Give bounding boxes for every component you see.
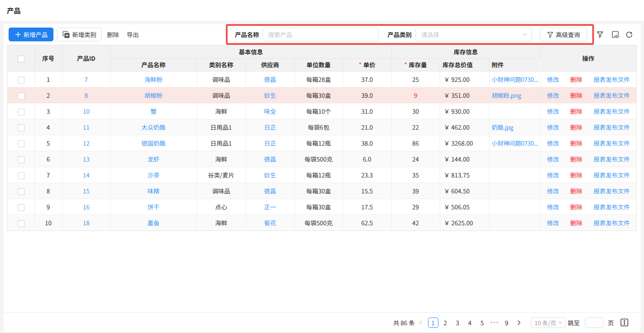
product-id-link[interactable]: 11 <box>83 123 90 131</box>
supplier-link[interactable]: 德昌 <box>264 75 276 84</box>
product-name-link[interactable]: 龙虾 <box>147 155 159 163</box>
row-height-resize-icon[interactable] <box>620 318 628 327</box>
product-id-link[interactable]: 18 <box>83 218 90 227</box>
report-publish-link[interactable]: 报表发布文件 <box>594 218 630 227</box>
pagination-page-1[interactable]: 1 <box>428 317 438 328</box>
jump-to-input[interactable] <box>585 317 603 328</box>
delete-link[interactable]: 删除 <box>570 139 582 147</box>
product-id-link[interactable]: 10 <box>83 107 90 115</box>
edit-link[interactable]: 修改 <box>547 107 559 115</box>
delete-link[interactable]: 删除 <box>570 218 582 227</box>
supplier-link[interactable]: 德昌 <box>264 155 276 163</box>
product-id-link[interactable]: 15 <box>83 187 90 195</box>
report-publish-link[interactable]: 报表发布文件 <box>594 187 630 195</box>
product-name-link[interactable]: 海鲜粉 <box>144 75 163 84</box>
row-checkbox[interactable] <box>18 77 25 84</box>
unit-qty-cell: 每箱12瓶 <box>294 135 343 151</box>
supplier-link[interactable]: 菊花 <box>264 218 276 227</box>
product-name-link[interactable]: 饼干 <box>147 202 159 211</box>
attachment-link[interactable]: 胡椒粉.png <box>492 91 521 100</box>
supplier-link[interactable]: 妙生 <box>264 171 276 179</box>
pagination-page-4[interactable]: 4 <box>465 317 475 328</box>
row-checkbox[interactable] <box>18 93 25 100</box>
delete-link[interactable]: 删除 <box>570 91 582 100</box>
supplier-link[interactable]: 日正 <box>264 139 276 147</box>
delete-link[interactable]: 删除 <box>570 202 582 211</box>
product-name-link[interactable]: 胡椒粉 <box>144 91 163 100</box>
page-size-select[interactable]: 10 条/页 <box>531 317 566 328</box>
refresh-icon[interactable] <box>625 31 633 38</box>
product-name-link[interactable]: 大众奶酪 <box>141 123 166 131</box>
product-name-link[interactable]: 蟹 <box>150 107 156 115</box>
column-visibility-icon[interactable] <box>611 31 619 39</box>
delete-link[interactable]: 删除 <box>570 171 582 179</box>
filter-icon[interactable] <box>597 31 603 38</box>
product-id-link[interactable]: 16 <box>83 202 90 211</box>
edit-link[interactable]: 修改 <box>547 171 559 179</box>
supplier-cell: 妙生 <box>246 87 294 103</box>
pagination-page-5[interactable]: 5 <box>477 317 488 328</box>
pagination-more-icon[interactable] <box>489 317 500 328</box>
pagination-prev-button[interactable] <box>416 317 426 328</box>
attachment-link[interactable]: 小财神问题0730... <box>492 75 538 84</box>
supplier-link[interactable]: 妙生 <box>264 91 276 100</box>
supplier-link[interactable]: 正一 <box>264 202 276 211</box>
category-select[interactable]: 请选择 <box>416 28 532 41</box>
edit-link[interactable]: 修改 <box>547 123 559 131</box>
edit-link[interactable]: 修改 <box>547 155 559 163</box>
product-name-link[interactable]: 德国奶酪 <box>141 139 166 147</box>
pagination-next-button[interactable] <box>514 317 524 328</box>
delete-button[interactable]: 删除 <box>107 30 119 39</box>
report-publish-link[interactable]: 报表发布文件 <box>594 139 630 147</box>
report-publish-link[interactable]: 报表发布文件 <box>594 91 630 100</box>
attachment-link[interactable]: 奶酪.jpg <box>492 123 513 131</box>
product-name-input[interactable] <box>263 28 378 41</box>
supplier-link[interactable]: 味全 <box>264 107 276 115</box>
product-id-link[interactable]: 13 <box>83 155 90 163</box>
row-checkbox[interactable] <box>18 204 25 211</box>
row-checkbox[interactable] <box>18 156 25 163</box>
supplier-link[interactable]: 德昌 <box>264 187 276 195</box>
edit-link[interactable]: 修改 <box>547 218 559 227</box>
row-checkbox[interactable] <box>18 188 25 195</box>
row-checkbox[interactable] <box>18 172 25 179</box>
report-publish-link[interactable]: 报表发布文件 <box>594 107 630 115</box>
pagination-page-2[interactable]: 2 <box>440 317 450 328</box>
export-button[interactable]: 导出 <box>127 30 139 39</box>
delete-link[interactable]: 删除 <box>570 187 582 195</box>
advanced-query-button[interactable]: 高级查询 <box>540 28 587 41</box>
product-id-link[interactable]: 7 <box>84 75 88 84</box>
product-id-link[interactable]: 12 <box>83 139 90 147</box>
report-publish-link[interactable]: 报表发布文件 <box>594 171 630 179</box>
product-name-link[interactable]: 墨鱼 <box>147 218 159 227</box>
delete-link[interactable]: 删除 <box>570 155 582 163</box>
stock-cell: 24 <box>391 151 440 167</box>
pagination-page-last[interactable]: 9 <box>502 317 512 328</box>
report-publish-link[interactable]: 报表发布文件 <box>594 155 630 163</box>
edit-link[interactable]: 修改 <box>547 75 559 84</box>
select-all-checkbox[interactable] <box>18 56 25 62</box>
report-publish-link[interactable]: 报表发布文件 <box>594 123 630 131</box>
edit-link[interactable]: 修改 <box>547 187 559 195</box>
delete-link[interactable]: 删除 <box>570 107 582 115</box>
edit-link[interactable]: 修改 <box>547 91 559 100</box>
attachment-link[interactable]: 小财神问题0730... <box>492 139 538 147</box>
edit-link[interactable]: 修改 <box>547 139 559 147</box>
row-checkbox[interactable] <box>18 140 25 147</box>
product-id-link[interactable]: 8 <box>84 91 88 100</box>
add-product-button[interactable]: 新增产品 <box>9 28 53 41</box>
report-publish-link[interactable]: 报表发布文件 <box>594 202 630 211</box>
product-id-link[interactable]: 14 <box>83 171 90 179</box>
pagination-page-3[interactable]: 3 <box>453 317 463 328</box>
report-publish-link[interactable]: 报表发布文件 <box>594 75 630 84</box>
row-checkbox[interactable] <box>18 220 25 227</box>
edit-link[interactable]: 修改 <box>547 202 559 211</box>
delete-link[interactable]: 删除 <box>570 123 582 131</box>
add-category-button[interactable]: 新增类别 <box>57 28 102 41</box>
row-checkbox[interactable] <box>18 124 25 131</box>
product-name-link[interactable]: 味精 <box>147 187 159 195</box>
row-checkbox[interactable] <box>18 109 25 115</box>
delete-link[interactable]: 删除 <box>570 75 582 84</box>
product-name-link[interactable]: 沙茶 <box>147 171 159 179</box>
supplier-link[interactable]: 日正 <box>264 123 276 131</box>
